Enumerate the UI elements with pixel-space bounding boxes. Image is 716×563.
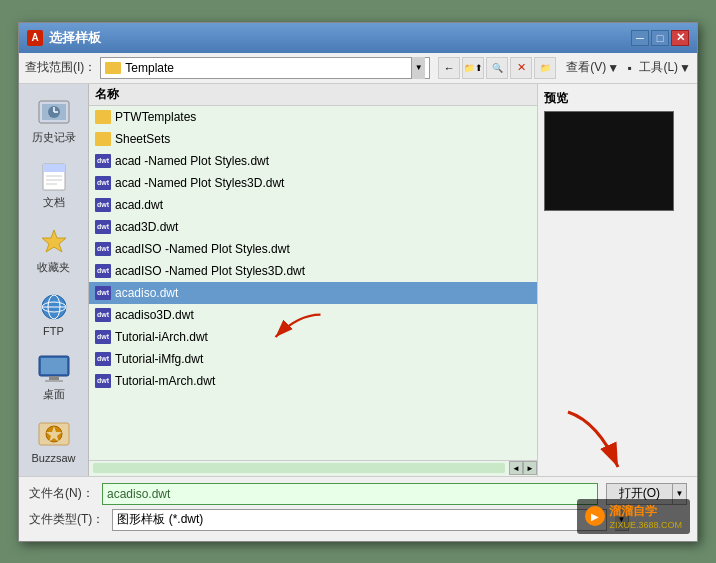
preview-label: 预览: [544, 90, 691, 107]
file-name: acadISO -Named Plot Styles3D.dwt: [115, 264, 305, 278]
list-item[interactable]: dwtacadiso3D.dwt: [89, 304, 537, 326]
path-combo-arrow[interactable]: ▼: [411, 57, 425, 79]
dwt-icon: dwt: [95, 264, 111, 278]
file-name: Tutorial-iArch.dwt: [115, 330, 208, 344]
dwt-icon: dwt: [95, 330, 111, 344]
search-web-button[interactable]: 🔍: [486, 57, 508, 79]
new-folder-button[interactable]: 📁: [534, 57, 556, 79]
dwt-icon: dwt: [95, 352, 111, 366]
path-combo[interactable]: Template ▼: [100, 57, 430, 79]
dwt-icon: dwt: [95, 286, 111, 300]
dwt-icon: dwt: [95, 242, 111, 256]
file-list: PTWTemplatesSheetSetsdwtacad -Named Plot…: [89, 106, 537, 460]
filename-label: 文件名(N)：: [29, 485, 94, 502]
file-name: acadiso3D.dwt: [115, 308, 194, 322]
svg-rect-16: [41, 358, 67, 374]
svg-rect-18: [45, 380, 63, 382]
dwt-icon: dwt: [95, 374, 111, 388]
history-label: 历史记录: [32, 130, 76, 145]
file-name: acadiso.dwt: [115, 286, 178, 300]
file-name: Tutorial-iMfg.dwt: [115, 352, 203, 366]
dwt-icon: dwt: [95, 154, 111, 168]
back-button[interactable]: ←: [438, 57, 460, 79]
ftp-label: FTP: [43, 325, 64, 337]
folder-up-button[interactable]: 📁⬆: [462, 57, 484, 79]
file-name: Tutorial-mArch.dwt: [115, 374, 215, 388]
list-item[interactable]: dwtacad -Named Plot Styles.dwt: [89, 150, 537, 172]
list-item[interactable]: dwtacad -Named Plot Styles3D.dwt: [89, 172, 537, 194]
svg-marker-10: [42, 230, 66, 252]
dwt-icon: dwt: [95, 198, 111, 212]
folder-icon: [95, 132, 111, 146]
delete-button[interactable]: ✕: [510, 57, 532, 79]
preview-panel: 预览: [537, 84, 697, 476]
sidebar-item-favorites[interactable]: 收藏夹: [24, 222, 84, 279]
column-name: 名称: [95, 86, 531, 103]
list-item[interactable]: dwtTutorial-iArch.dwt: [89, 326, 537, 348]
sidebar: 历史记录 文档: [19, 84, 89, 476]
search-range-label: 查找范围(I)：: [25, 59, 96, 76]
tools-menu[interactable]: 工具(L)▼: [639, 59, 691, 76]
documents-label: 文档: [43, 195, 65, 210]
ftp-icon: [36, 291, 72, 323]
file-list-header: 名称: [89, 84, 537, 106]
filetype-label: 文件类型(T)：: [29, 511, 104, 528]
select-template-dialog: A 选择样板 ─ □ ✕ 查找范围(I)： Template ▼ ← 📁⬆ 🔍 …: [18, 22, 698, 542]
document-icon: [36, 161, 72, 193]
path-text: Template: [125, 61, 407, 75]
filename-input[interactable]: [102, 483, 598, 505]
window-controls: ─ □ ✕: [631, 30, 689, 46]
minimize-button[interactable]: ─: [631, 30, 649, 46]
dwt-icon: dwt: [95, 176, 111, 190]
file-area: 名称 PTWTemplatesSheetSetsdwtacad -Named P…: [89, 84, 537, 476]
sidebar-item-ftp[interactable]: FTP: [24, 287, 84, 341]
preview-box: [544, 111, 674, 211]
file-name: SheetSets: [115, 132, 170, 146]
dialog-title: 选择样板: [49, 29, 101, 47]
folder-icon: [95, 110, 111, 124]
dwt-icon: dwt: [95, 220, 111, 234]
desktop-icon: [36, 353, 72, 385]
dwt-icon: dwt: [95, 308, 111, 322]
sidebar-item-desktop[interactable]: 桌面: [24, 349, 84, 406]
file-name: PTWTemplates: [115, 110, 196, 124]
filetype-input[interactable]: [112, 509, 607, 531]
watermark: ▶ 溜溜自学 ZIXUE.3688.COM: [577, 499, 690, 534]
toolbar-icons: ← 📁⬆ 🔍 ✕ 📁: [438, 57, 556, 79]
main-content: 历史记录 文档: [19, 84, 697, 476]
favorites-icon: [36, 226, 72, 258]
buzzsaw-icon: [36, 418, 72, 450]
toolbar-row: 查找范围(I)： Template ▼ ← 📁⬆ 🔍 ✕ 📁 查看(V)▼ ▪ …: [19, 53, 697, 84]
watermark-icon: ▶: [585, 506, 605, 526]
close-button[interactable]: ✕: [671, 30, 689, 46]
file-name: acadISO -Named Plot Styles.dwt: [115, 242, 290, 256]
svg-rect-6: [43, 164, 65, 172]
svg-rect-17: [49, 376, 59, 380]
file-name: acad.dwt: [115, 198, 163, 212]
list-item[interactable]: dwtacad.dwt: [89, 194, 537, 216]
list-item[interactable]: dwtTutorial-mArch.dwt: [89, 370, 537, 392]
list-item[interactable]: dwtacadISO -Named Plot Styles3D.dwt: [89, 260, 537, 282]
sidebar-item-history[interactable]: 历史记录: [24, 92, 84, 149]
file-name: acad -Named Plot Styles3D.dwt: [115, 176, 284, 190]
history-icon: [36, 96, 72, 128]
toolbar-menu: 查看(V)▼ ▪ 工具(L)▼: [566, 59, 691, 76]
list-item[interactable]: PTWTemplates: [89, 106, 537, 128]
favorites-label: 收藏夹: [37, 260, 70, 275]
sidebar-item-buzzsaw[interactable]: Buzzsaw: [24, 414, 84, 468]
sidebar-item-documents[interactable]: 文档: [24, 157, 84, 214]
app-icon: A: [27, 30, 43, 46]
list-item[interactable]: SheetSets: [89, 128, 537, 150]
buzzsaw-label: Buzzsaw: [31, 452, 75, 464]
title-bar: A 选择样板 ─ □ ✕: [19, 23, 697, 53]
maximize-button[interactable]: □: [651, 30, 669, 46]
list-item[interactable]: dwtTutorial-iMfg.dwt: [89, 348, 537, 370]
file-name: acad3D.dwt: [115, 220, 178, 234]
list-item[interactable]: dwtacadISO -Named Plot Styles.dwt: [89, 238, 537, 260]
watermark-subtext: ZIXUE.3688.COM: [609, 520, 682, 530]
views-menu[interactable]: 查看(V)▼: [566, 59, 619, 76]
watermark-text: 溜溜自学: [609, 503, 682, 520]
list-item[interactable]: dwtacad3D.dwt: [89, 216, 537, 238]
desktop-label: 桌面: [43, 387, 65, 402]
list-item[interactable]: dwtacadiso.dwt: [89, 282, 537, 304]
